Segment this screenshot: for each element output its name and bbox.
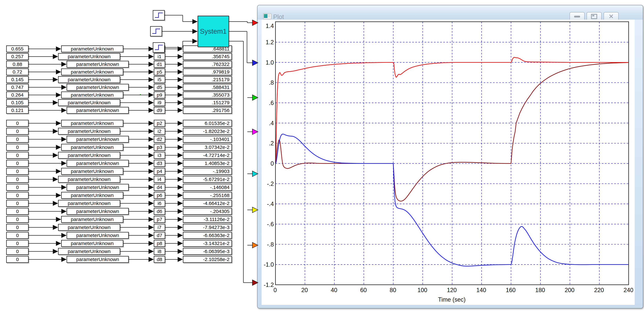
- const-block[interactable]: 0: [6, 160, 29, 167]
- const-block[interactable]: 0.145: [6, 76, 29, 83]
- const-block[interactable]: 0: [6, 168, 29, 175]
- parameter-unknown-block[interactable]: parameterUnknown: [58, 76, 120, 83]
- port-label-block[interactable]: i2: [154, 128, 165, 135]
- value-display-block[interactable]: -4.66412e-2: [183, 200, 232, 207]
- const-block[interactable]: 0: [6, 224, 29, 231]
- parameter-unknown-block[interactable]: parameterUnknown: [61, 120, 123, 127]
- parameter-unknown-block[interactable]: parameterUnknown: [58, 200, 120, 207]
- value-display-block[interactable]: -2.10258e-2: [183, 256, 232, 263]
- const-block[interactable]: 0.88: [6, 61, 29, 68]
- port-label-block[interactable]: i1: [154, 53, 165, 60]
- port-label-block[interactable]: d1: [154, 61, 165, 68]
- system1-block[interactable]: System1: [198, 16, 229, 47]
- value-display-block[interactable]: .588431: [183, 84, 232, 91]
- value-display-block[interactable]: -7.94273e-3: [183, 224, 232, 231]
- parameter-unknown-block[interactable]: parameterUnknown: [58, 248, 120, 255]
- value-display-block[interactable]: .151279: [183, 99, 232, 106]
- port-label-block[interactable]: i9: [154, 99, 165, 106]
- value-display-block[interactable]: -.255168: [183, 192, 232, 199]
- port-label-block[interactable]: p6: [154, 192, 165, 199]
- port-label-block[interactable]: i7: [154, 224, 165, 231]
- value-display-block[interactable]: -6.66363e-2: [183, 232, 232, 239]
- port-label-block[interactable]: d5: [154, 84, 165, 91]
- const-block[interactable]: 0.105: [6, 99, 29, 106]
- port-label-block[interactable]: i5: [154, 76, 165, 83]
- value-display-block[interactable]: -.103401: [183, 136, 232, 143]
- value-display-block[interactable]: -3.14321e-2: [183, 240, 232, 247]
- value-display-block[interactable]: .356745: [183, 53, 232, 60]
- const-block[interactable]: 0.747: [6, 84, 29, 91]
- port-label-block[interactable]: i4: [154, 176, 165, 183]
- port-label-block[interactable]: p9: [154, 91, 165, 98]
- parameter-unknown-block[interactable]: parameterUnknown: [66, 208, 129, 215]
- port-label-block[interactable]: p4: [154, 168, 165, 175]
- const-block[interactable]: 0: [6, 128, 29, 135]
- const-block[interactable]: 0.264: [6, 91, 29, 98]
- parameter-unknown-block[interactable]: parameterUnknown: [58, 99, 120, 106]
- port-label-block[interactable]: p7: [154, 216, 165, 223]
- port-label-block[interactable]: i8: [154, 248, 165, 255]
- port-label-block[interactable]: d3: [154, 160, 165, 167]
- parameter-unknown-block[interactable]: parameterUnknown: [66, 136, 129, 143]
- port-label-block[interactable]: p8: [154, 240, 165, 247]
- const-block[interactable]: 0: [6, 240, 29, 247]
- parameter-unknown-block[interactable]: parameterUnknown: [58, 152, 120, 159]
- port-label-block[interactable]: p5: [154, 68, 165, 75]
- const-block[interactable]: 0: [6, 200, 29, 207]
- parameter-unknown-block[interactable]: parameterUnknown: [66, 232, 129, 239]
- const-block[interactable]: 0: [6, 248, 29, 255]
- port-label-block[interactable]: i3: [154, 152, 165, 159]
- value-display-block[interactable]: 6.01535e-2: [183, 120, 232, 127]
- port-label-block[interactable]: d4: [154, 184, 165, 191]
- value-display-block[interactable]: 3.07342e-2: [183, 144, 232, 151]
- value-display-block[interactable]: -3.11126e-2: [183, 216, 232, 223]
- value-display-block[interactable]: -4.72714e-2: [183, 152, 232, 159]
- value-display-block[interactable]: -.146084: [183, 184, 232, 191]
- value-display-block[interactable]: -.204305: [183, 208, 232, 215]
- const-block[interactable]: 0: [6, 136, 29, 143]
- parameter-unknown-block[interactable]: parameterUnknown: [61, 144, 123, 151]
- parameter-unknown-block[interactable]: parameterUnknown: [66, 61, 129, 68]
- parameter-unknown-block[interactable]: parameterUnknown: [58, 128, 120, 135]
- const-block[interactable]: 0.121: [6, 107, 29, 114]
- const-block[interactable]: 0.655: [6, 45, 29, 52]
- value-display-block[interactable]: .355073: [183, 91, 232, 98]
- const-block[interactable]: 0: [6, 152, 29, 159]
- parameter-unknown-block[interactable]: parameterUnknown: [58, 176, 120, 183]
- const-block[interactable]: 0: [6, 232, 29, 239]
- parameter-unknown-block[interactable]: parameterUnknown: [66, 184, 129, 191]
- parameter-unknown-block[interactable]: parameterUnknown: [58, 53, 120, 60]
- parameter-unknown-block[interactable]: parameterUnknown: [61, 216, 123, 223]
- parameter-unknown-block[interactable]: parameterUnknown: [61, 45, 123, 52]
- port-label-block[interactable]: d6: [154, 208, 165, 215]
- const-block[interactable]: 0: [6, 120, 29, 127]
- parameter-unknown-block[interactable]: parameterUnknown: [58, 224, 120, 231]
- port-label-block[interactable]: d9: [154, 107, 165, 114]
- value-display-block[interactable]: -1.82023e-2: [183, 128, 232, 135]
- step-input-1[interactable]: [153, 10, 165, 20]
- parameter-unknown-block[interactable]: parameterUnknown: [61, 240, 123, 247]
- parameter-unknown-block[interactable]: parameterUnknown: [61, 91, 123, 98]
- port-label-block[interactable]: d8: [154, 256, 165, 263]
- const-block[interactable]: 0: [6, 176, 29, 183]
- parameter-unknown-block[interactable]: parameterUnknown: [61, 168, 123, 175]
- value-display-block[interactable]: .979819: [183, 68, 232, 75]
- plot-window-titlebar[interactable]: Plot ✕: [258, 5, 643, 20]
- parameter-unknown-block[interactable]: parameterUnknown: [61, 68, 123, 75]
- value-display-block[interactable]: .215179: [183, 76, 232, 83]
- parameter-unknown-block[interactable]: parameterUnknown: [66, 256, 129, 263]
- const-block[interactable]: 0: [6, 184, 29, 191]
- port-label-block[interactable]: p2: [154, 120, 165, 127]
- parameter-unknown-block[interactable]: parameterUnknown: [61, 192, 123, 199]
- const-block[interactable]: 0: [6, 144, 29, 151]
- port-label-block[interactable]: i6: [154, 200, 165, 207]
- port-label-block[interactable]: d7: [154, 232, 165, 239]
- value-display-block[interactable]: .291756: [183, 107, 232, 114]
- port-label-block[interactable]: p3: [154, 144, 165, 151]
- const-block[interactable]: 0: [6, 256, 29, 263]
- port-label-block[interactable]: d2: [154, 136, 165, 143]
- parameter-unknown-block[interactable]: parameterUnknown: [66, 84, 129, 91]
- plot-chart[interactable]: [275, 21, 629, 285]
- value-display-block[interactable]: .762322: [183, 61, 232, 68]
- parameter-unknown-block[interactable]: parameterUnknown: [66, 107, 129, 114]
